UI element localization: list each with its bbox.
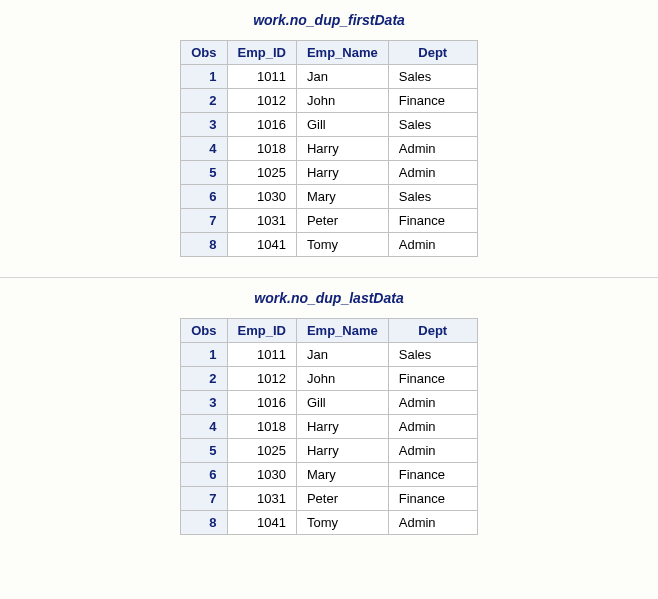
cell-dept: Admin [388,137,477,161]
cell-obs: 4 [181,137,227,161]
cell-dept: Finance [388,367,477,391]
cell-dept: Admin [388,391,477,415]
cell-dept: Sales [388,113,477,137]
table-row: 2 1012 John Finance [181,89,478,113]
col-header-emp-name: Emp_Name [296,41,388,65]
cell-emp-name: Gill [296,113,388,137]
cell-emp-name: Harry [296,161,388,185]
cell-obs: 1 [181,65,227,89]
cell-obs: 5 [181,161,227,185]
cell-dept: Finance [388,89,477,113]
table-row: 6 1030 Mary Sales [181,185,478,209]
cell-obs: 2 [181,367,227,391]
table-row: 5 1025 Harry Admin [181,161,478,185]
cell-emp-id: 1041 [227,511,296,535]
cell-emp-id: 1025 [227,439,296,463]
data-table-2: Obs Emp_ID Emp_Name Dept 1 1011 Jan Sale… [180,318,478,535]
cell-emp-id: 1012 [227,367,296,391]
cell-emp-id: 1011 [227,65,296,89]
cell-emp-id: 1018 [227,415,296,439]
cell-emp-id: 1025 [227,161,296,185]
cell-emp-id: 1011 [227,343,296,367]
cell-emp-name: Jan [296,343,388,367]
cell-emp-name: Tomy [296,511,388,535]
cell-dept: Finance [388,209,477,233]
cell-dept: Admin [388,233,477,257]
col-header-emp-id: Emp_ID [227,319,296,343]
table-row: 4 1018 Harry Admin [181,415,478,439]
output-section-2: work.no_dup_lastData Obs Emp_ID Emp_Name… [0,278,658,555]
cell-emp-name: Harry [296,439,388,463]
table-row: 8 1041 Tomy Admin [181,233,478,257]
table-row: 7 1031 Peter Finance [181,209,478,233]
cell-emp-name: John [296,367,388,391]
table-row: 6 1030 Mary Finance [181,463,478,487]
cell-emp-name: Peter [296,487,388,511]
cell-emp-name: Peter [296,209,388,233]
table-row: 5 1025 Harry Admin [181,439,478,463]
table-row: 4 1018 Harry Admin [181,137,478,161]
table-row: 2 1012 John Finance [181,367,478,391]
cell-dept: Admin [388,415,477,439]
cell-dept: Sales [388,185,477,209]
cell-obs: 8 [181,233,227,257]
output-section-1: work.no_dup_firstData Obs Emp_ID Emp_Nam… [0,0,658,277]
table-title: work.no_dup_firstData [0,12,658,28]
cell-obs: 7 [181,209,227,233]
cell-emp-id: 1012 [227,89,296,113]
cell-dept: Finance [388,487,477,511]
cell-emp-name: Mary [296,185,388,209]
cell-emp-id: 1030 [227,185,296,209]
col-header-obs: Obs [181,319,227,343]
table-row: 3 1016 Gill Admin [181,391,478,415]
col-header-dept: Dept [388,41,477,65]
cell-obs: 6 [181,185,227,209]
cell-emp-id: 1016 [227,391,296,415]
table-row: 8 1041 Tomy Admin [181,511,478,535]
cell-dept: Sales [388,343,477,367]
cell-dept: Finance [388,463,477,487]
cell-obs: 6 [181,463,227,487]
cell-emp-id: 1031 [227,209,296,233]
cell-emp-name: Tomy [296,233,388,257]
col-header-emp-id: Emp_ID [227,41,296,65]
cell-emp-id: 1041 [227,233,296,257]
cell-obs: 7 [181,487,227,511]
table-row: 3 1016 Gill Sales [181,113,478,137]
table-row: 7 1031 Peter Finance [181,487,478,511]
cell-obs: 5 [181,439,227,463]
cell-emp-name: John [296,89,388,113]
cell-emp-id: 1018 [227,137,296,161]
cell-dept: Sales [388,65,477,89]
cell-dept: Admin [388,511,477,535]
cell-obs: 1 [181,343,227,367]
col-header-obs: Obs [181,41,227,65]
cell-emp-id: 1016 [227,113,296,137]
table-title: work.no_dup_lastData [0,290,658,306]
cell-obs: 4 [181,415,227,439]
cell-dept: Admin [388,161,477,185]
cell-obs: 8 [181,511,227,535]
table-header-row: Obs Emp_ID Emp_Name Dept [181,319,478,343]
cell-emp-name: Jan [296,65,388,89]
table-row: 1 1011 Jan Sales [181,65,478,89]
cell-emp-name: Mary [296,463,388,487]
cell-emp-name: Harry [296,415,388,439]
data-table-1: Obs Emp_ID Emp_Name Dept 1 1011 Jan Sale… [180,40,478,257]
col-header-dept: Dept [388,319,477,343]
cell-emp-name: Harry [296,137,388,161]
cell-obs: 2 [181,89,227,113]
table-row: 1 1011 Jan Sales [181,343,478,367]
cell-obs: 3 [181,113,227,137]
cell-emp-id: 1030 [227,463,296,487]
cell-dept: Admin [388,439,477,463]
table-header-row: Obs Emp_ID Emp_Name Dept [181,41,478,65]
col-header-emp-name: Emp_Name [296,319,388,343]
cell-emp-name: Gill [296,391,388,415]
cell-emp-id: 1031 [227,487,296,511]
cell-obs: 3 [181,391,227,415]
